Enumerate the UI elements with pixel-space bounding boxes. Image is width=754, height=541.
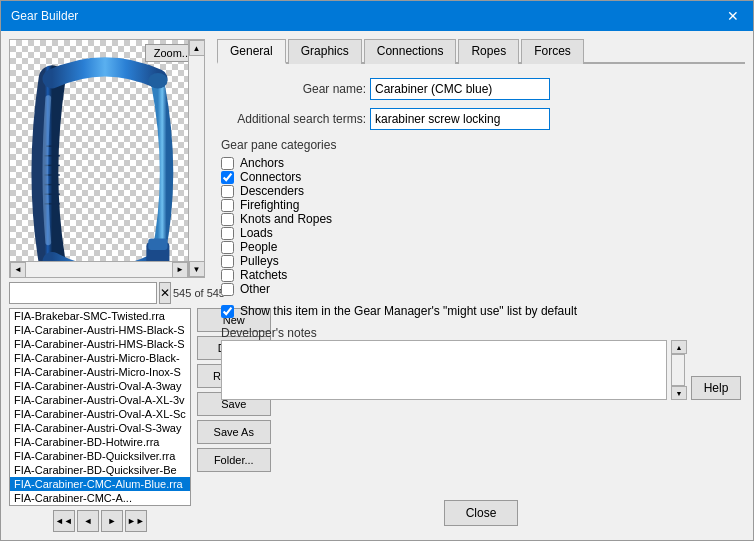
tab-ropes[interactable]: Ropes [458, 39, 519, 64]
categories-section: Gear pane categories AnchorsConnectorsDe… [221, 138, 741, 296]
category-checkbox-other[interactable] [221, 283, 234, 296]
svg-rect-2 [148, 238, 167, 250]
carabiner-image [20, 50, 190, 278]
main-window: Gear Builder ✕ [0, 0, 754, 541]
category-checkbox-anchors[interactable] [221, 157, 234, 170]
image-container: Zoom... ▲ ▼ ◄ ► [9, 39, 205, 278]
category-label: Pulleys [240, 254, 279, 268]
right-panel: GeneralGraphicsConnectionsRopesForces Ge… [217, 39, 745, 532]
scroll-down-arrow[interactable]: ▼ [189, 261, 205, 277]
categories-list: AnchorsConnectorsDescendersFirefightingK… [221, 156, 741, 296]
list-item[interactable]: FIA-Carabiner-BD-Hotwire.rra [10, 435, 190, 449]
list-item[interactable]: FIA-Carabiner-BD-Quicksilver.rra [10, 449, 190, 463]
search-terms-label: Additional search terms: [221, 112, 366, 126]
category-row: Anchors [221, 156, 741, 170]
list-item[interactable]: FIA-Carabiner-Austri-HMS-Black-S [10, 323, 190, 337]
category-checkbox-loads[interactable] [221, 227, 234, 240]
tab-graphics[interactable]: Graphics [288, 39, 362, 64]
category-checkbox-people[interactable] [221, 241, 234, 254]
show-default-row: Show this item in the Gear Manager's "mi… [221, 304, 741, 318]
category-label: Knots and Ropes [240, 212, 332, 226]
category-row: Connectors [221, 170, 741, 184]
category-label: Ratchets [240, 268, 287, 282]
category-label: Loads [240, 226, 273, 240]
file-list[interactable]: FIA-Brakebar-SMC-Twisted.rraFIA-Carabine… [9, 308, 191, 506]
developer-notes-textarea[interactable] [221, 340, 667, 400]
show-default-label: Show this item in the Gear Manager's "mi… [240, 304, 577, 318]
category-label: People [240, 240, 277, 254]
category-checkbox-firefighting[interactable] [221, 199, 234, 212]
category-row: People [221, 240, 741, 254]
list-nav: ◄◄ ◄ ► ►► [9, 510, 191, 532]
gear-name-input[interactable] [370, 78, 550, 100]
category-row: Knots and Ropes [221, 212, 741, 226]
close-button[interactable]: Close [444, 500, 518, 526]
list-item[interactable]: FIA-Carabiner-BD-Quicksilver-Be [10, 463, 190, 477]
list-item[interactable]: FIA-Carabiner-Austri-Oval-A-3way [10, 379, 190, 393]
list-item[interactable]: FIA-Carabiner-Austri-Oval-A-XL-Sc [10, 407, 190, 421]
category-row: Firefighting [221, 198, 741, 212]
bottom-bar: Close [217, 496, 745, 532]
notes-and-help: ▲ ▼ Help [221, 340, 741, 400]
list-section: FIA-Brakebar-SMC-Twisted.rraFIA-Carabine… [9, 308, 191, 532]
window-content: Zoom... ▲ ▼ ◄ ► ✕ 545 of 545 [1, 31, 753, 540]
category-checkbox-ratchets[interactable] [221, 269, 234, 282]
show-default-checkbox[interactable] [221, 305, 234, 318]
notes-scroll-down[interactable]: ▼ [671, 386, 687, 400]
category-label: Other [240, 282, 270, 296]
window-title: Gear Builder [11, 9, 78, 23]
search-clear-button[interactable]: ✕ [159, 282, 171, 304]
list-item[interactable]: FIA-Carabiner-CMC-A... [10, 491, 190, 505]
category-label: Descenders [240, 184, 304, 198]
notes-scroll-up[interactable]: ▲ [671, 340, 687, 354]
list-item[interactable]: FIA-Carabiner-CMC-Alum-Blue.rra [10, 477, 190, 491]
notes-scrollbar-container: ▲ ▼ [671, 340, 687, 400]
category-checkbox-descenders[interactable] [221, 185, 234, 198]
tab-forces[interactable]: Forces [521, 39, 584, 64]
search-row: ✕ 545 of 545 [9, 282, 209, 304]
scroll-left-arrow[interactable]: ◄ [10, 262, 26, 278]
help-button[interactable]: Help [691, 376, 741, 400]
svg-point-0 [148, 73, 167, 88]
image-scrollbar-v: ▲ ▼ [188, 40, 204, 277]
list-item[interactable]: FIA-Carabiner-Austri-HMS-Black-S [10, 337, 190, 351]
list-item[interactable]: FIA-Carabiner-Austri-Micro-Black- [10, 351, 190, 365]
gear-name-label: Gear name: [221, 82, 366, 96]
category-label: Connectors [240, 170, 301, 184]
list-last-button[interactable]: ►► [125, 510, 147, 532]
list-first-button[interactable]: ◄◄ [53, 510, 75, 532]
list-next-button[interactable]: ► [101, 510, 123, 532]
developer-notes-label: Developer's notes [221, 326, 741, 340]
search-input[interactable] [9, 282, 157, 304]
list-item[interactable]: FIA-Carabiner-Austri-Micro-Inox-S [10, 365, 190, 379]
image-scrollbar-h: ◄ ► [10, 261, 188, 277]
scroll-right-arrow[interactable]: ► [172, 262, 188, 278]
close-window-button[interactable]: ✕ [723, 6, 743, 26]
list-prev-button[interactable]: ◄ [77, 510, 99, 532]
category-row: Loads [221, 226, 741, 240]
list-item[interactable]: FIA-Carabiner-Austri-Oval-S-3way [10, 421, 190, 435]
category-label: Anchors [240, 156, 284, 170]
tab-content: Gear name: Additional search terms: Gear… [217, 70, 745, 490]
developer-notes-section: Developer's notes ▲ ▼ Help [221, 326, 741, 400]
tab-general[interactable]: General [217, 39, 286, 64]
category-row: Other [221, 282, 741, 296]
scroll-up-arrow[interactable]: ▲ [189, 40, 205, 56]
search-terms-row: Additional search terms: [221, 108, 741, 130]
category-checkbox-pulleys[interactable] [221, 255, 234, 268]
search-terms-input[interactable] [370, 108, 550, 130]
gear-name-row: Gear name: [221, 78, 741, 100]
left-panel: Zoom... ▲ ▼ ◄ ► ✕ 545 of 545 [9, 39, 209, 532]
list-item[interactable]: FIA-Carabiner-Austri-Oval-A-XL-3v [10, 393, 190, 407]
category-checkbox-connectors[interactable] [221, 171, 234, 184]
notes-scroll-track [671, 354, 685, 386]
categories-title: Gear pane categories [221, 138, 741, 152]
tab-connections[interactable]: Connections [364, 39, 457, 64]
title-bar: Gear Builder ✕ [1, 1, 753, 31]
category-checkbox-knots-and-ropes[interactable] [221, 213, 234, 226]
category-row: Descenders [221, 184, 741, 198]
category-row: Pulleys [221, 254, 741, 268]
category-label: Firefighting [240, 198, 299, 212]
list-item[interactable]: FIA-Brakebar-SMC-Twisted.rra [10, 309, 190, 323]
list-and-buttons: FIA-Brakebar-SMC-Twisted.rraFIA-Carabine… [9, 308, 209, 532]
